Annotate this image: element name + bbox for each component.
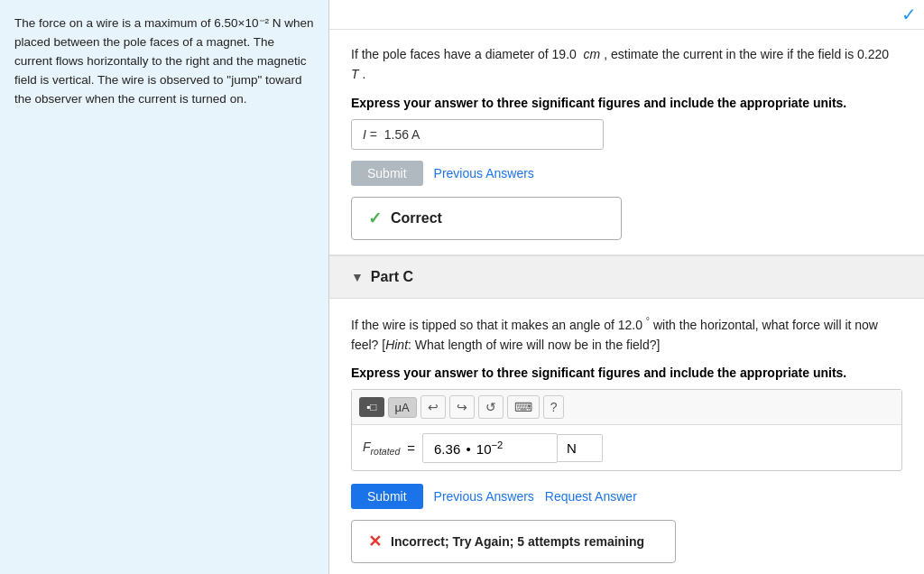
incorrect-banner: ✕ Incorrect; Try Again; 5 attempts remai…	[351, 520, 676, 563]
keyboard-icon: ⌨	[514, 400, 532, 414]
part-b-answer-row: I = 1.56 A	[351, 119, 902, 150]
part-b-submit-button[interactable]: Submit	[351, 161, 423, 186]
refresh-icon: ↺	[485, 400, 496, 414]
part-c-previous-answers-button[interactable]: Previous Answers	[434, 489, 534, 504]
part-b-answer-input: I = 1.56 A	[351, 119, 604, 150]
redo-button[interactable]: ↪	[449, 395, 475, 419]
redo-icon: ↪	[457, 400, 467, 414]
formula-toolbar: ▪□ μA ↩ ↪ ↺ ⌨ ?	[352, 390, 901, 425]
part-c-collapse-icon: ▼	[351, 270, 364, 284]
format-icon: ▪□	[366, 401, 377, 413]
refresh-button[interactable]: ↺	[478, 395, 504, 419]
part-c-instruction: Express your answer to three significant…	[351, 366, 902, 380]
keyboard-button[interactable]: ⌨	[507, 395, 540, 419]
formula-unit-input[interactable]: N	[558, 434, 603, 462]
help-icon: ?	[550, 400, 558, 414]
part-c-title: Part C	[371, 269, 413, 285]
formula-unit: N	[567, 440, 577, 456]
help-button[interactable]: ?	[543, 395, 565, 419]
incorrect-label: Incorrect; Try Again; 5 attempts remaini…	[391, 534, 644, 549]
part-c-submit-row: Submit Previous Answers Request Answer	[351, 484, 902, 509]
part-c-content: If the wire is tipped so that it makes a…	[329, 299, 924, 574]
part-c-header[interactable]: ▼ Part C	[329, 256, 924, 299]
part-b-instruction: Express your answer to three significant…	[351, 96, 902, 110]
top-check-bar: ✓	[329, 0, 924, 30]
formula-label: Frotated	[363, 440, 400, 457]
undo-button[interactable]: ↩	[420, 395, 446, 419]
part-c-question: If the wire is tipped so that it makes a…	[351, 313, 902, 355]
formula-input-row: Frotated = 6.36 • 10−2 N	[352, 425, 901, 470]
formula-editor: ▪□ μA ↩ ↪ ↺ ⌨ ?	[351, 389, 902, 471]
formula-equals: =	[407, 440, 415, 456]
part-c-submit-button[interactable]: Submit	[351, 484, 423, 509]
correct-banner: ✓ Correct	[351, 197, 622, 240]
part-b-previous-answers-button[interactable]: Previous Answers	[434, 166, 534, 181]
top-checkmark-icon: ✓	[901, 4, 917, 25]
part-c-request-answer-button[interactable]: Request Answer	[545, 489, 637, 504]
part-b-block: If the pole faces have a diameter of 19.…	[329, 30, 924, 255]
unit-button[interactable]: μA	[388, 397, 417, 418]
problem-description: The force on a wire is a maximum of 6.50…	[14, 14, 314, 109]
part-c-section: ▼ Part C If the wire is tipped so that i…	[329, 255, 924, 574]
formula-value: 6.36 • 10−2	[434, 440, 503, 457]
formula-value-input[interactable]: 6.36 • 10−2	[422, 433, 558, 463]
formula-subscript: rotated	[371, 446, 401, 457]
incorrect-x-icon: ✕	[368, 532, 382, 551]
part-b-question: If the pole faces have a diameter of 19.…	[351, 44, 902, 85]
correct-label: Correct	[391, 210, 442, 227]
part-b-submit-row: Submit Previous Answers	[351, 161, 902, 186]
format-button[interactable]: ▪□	[359, 397, 384, 417]
correct-checkmark-icon: ✓	[368, 208, 382, 228]
undo-icon: ↩	[428, 400, 439, 414]
